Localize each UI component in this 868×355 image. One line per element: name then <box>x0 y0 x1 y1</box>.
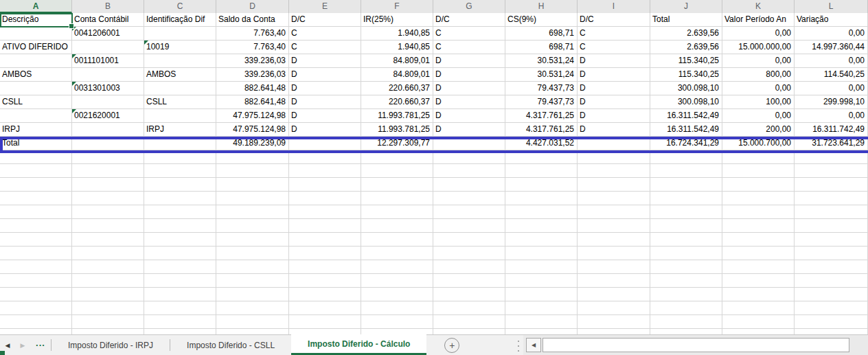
cell-E20[interactable] <box>289 274 361 288</box>
cell-E17[interactable] <box>289 233 361 247</box>
cell-A4[interactable] <box>0 54 72 68</box>
cell-H17[interactable] <box>505 233 578 247</box>
cell-C13[interactable] <box>144 178 216 192</box>
cell-F14[interactable] <box>361 192 433 205</box>
cell-K13[interactable] <box>722 178 795 192</box>
fill-handle[interactable] <box>69 23 74 29</box>
cell-L24[interactable] <box>795 329 868 334</box>
cell-E15[interactable] <box>289 205 361 219</box>
cell-J12[interactable] <box>650 164 722 178</box>
cell-B23[interactable] <box>72 315 144 329</box>
cell-H1[interactable]: CS(9%) <box>505 13 578 27</box>
column-header-C[interactable]: C <box>144 0 216 13</box>
cell-A11[interactable] <box>0 150 72 164</box>
cell-K19[interactable] <box>722 260 795 274</box>
worksheet-grid[interactable]: ABCDEFGHIJKL DescriçãoConta ContábilIden… <box>0 0 868 334</box>
cell-I14[interactable] <box>578 192 650 205</box>
cell-H18[interactable] <box>505 247 578 260</box>
cell-H16[interactable] <box>505 219 578 233</box>
cell-L17[interactable] <box>795 233 868 247</box>
cell-F10[interactable]: 12.297.309,77 <box>361 137 433 150</box>
cell-K2[interactable]: 0,00 <box>722 27 795 41</box>
cell-I7[interactable]: D <box>578 95 650 109</box>
cell-E4[interactable]: D <box>289 54 361 68</box>
cell-B5[interactable] <box>72 68 144 82</box>
cell-I11[interactable] <box>578 150 650 164</box>
cell-J18[interactable] <box>650 247 722 260</box>
cell-L23[interactable] <box>795 315 868 329</box>
cell-J15[interactable] <box>650 205 722 219</box>
cell-B10[interactable] <box>72 137 144 150</box>
cell-E2[interactable]: C <box>289 27 361 41</box>
cell-D18[interactable] <box>216 247 289 260</box>
cell-A24[interactable] <box>0 329 72 334</box>
cell-L4[interactable]: 0,00 <box>795 54 868 68</box>
more-sheets-ellipsis[interactable]: ... <box>30 335 51 355</box>
cell-G24[interactable] <box>433 329 505 334</box>
cell-E18[interactable] <box>289 247 361 260</box>
column-header-K[interactable]: K <box>722 0 795 13</box>
cell-K5[interactable]: 800,00 <box>722 68 795 82</box>
cell-B2[interactable]: 0041206001 <box>72 27 144 41</box>
cell-K9[interactable]: 200,00 <box>722 123 795 137</box>
scroll-left-button[interactable]: ◀ <box>526 338 541 352</box>
cell-J14[interactable] <box>650 192 722 205</box>
cell-A3[interactable]: ATIVO DIFERIDO <box>0 41 72 54</box>
column-header-G[interactable]: G <box>433 0 505 13</box>
sheet-tab-imposto-diferido-calculo-active[interactable]: Imposto Diferido - Cálculo <box>291 334 426 355</box>
cell-K14[interactable] <box>722 192 795 205</box>
cell-H24[interactable] <box>505 329 578 334</box>
cell-L3[interactable]: 14.997.360,44 <box>795 41 868 54</box>
cell-D23[interactable] <box>216 315 289 329</box>
cell-G20[interactable] <box>433 274 505 288</box>
cell-J17[interactable] <box>650 233 722 247</box>
cell-K21[interactable] <box>722 288 795 301</box>
cell-I2[interactable]: C <box>578 27 650 41</box>
cell-C6[interactable] <box>144 82 216 95</box>
cell-L6[interactable]: 0,00 <box>795 82 868 95</box>
cell-K16[interactable] <box>722 219 795 233</box>
column-header-D[interactable]: D <box>216 0 289 13</box>
cell-C9[interactable]: IRPJ <box>144 123 216 137</box>
cell-I20[interactable] <box>578 274 650 288</box>
cell-I10[interactable] <box>578 137 650 150</box>
cell-L14[interactable] <box>795 192 868 205</box>
cell-F5[interactable]: 84.809,01 <box>361 68 433 82</box>
cell-H4[interactable]: 30.531,24 <box>505 54 578 68</box>
cell-D6[interactable]: 882.641,48 <box>216 82 289 95</box>
cell-L22[interactable] <box>795 301 868 315</box>
cell-H9[interactable]: 4.317.761,25 <box>505 123 578 137</box>
cell-B16[interactable] <box>72 219 144 233</box>
cell-C22[interactable] <box>144 301 216 315</box>
cell-J20[interactable] <box>650 274 722 288</box>
cell-J6[interactable]: 300.098,10 <box>650 82 722 95</box>
cell-J9[interactable]: 16.311.542,49 <box>650 123 722 137</box>
cell-G10[interactable] <box>433 137 505 150</box>
cell-F24[interactable] <box>361 329 433 334</box>
cell-L16[interactable] <box>795 219 868 233</box>
cell-J21[interactable] <box>650 288 722 301</box>
cell-E24[interactable] <box>289 329 361 334</box>
cell-G22[interactable] <box>433 301 505 315</box>
cell-J13[interactable] <box>650 178 722 192</box>
cell-B1[interactable]: Conta Contábil <box>72 13 144 27</box>
cell-A19[interactable] <box>0 260 72 274</box>
cell-D24[interactable] <box>216 329 289 334</box>
cell-F17[interactable] <box>361 233 433 247</box>
cell-E14[interactable] <box>289 192 361 205</box>
cell-B24[interactable] <box>72 329 144 334</box>
cell-F12[interactable] <box>361 164 433 178</box>
cell-K6[interactable]: 0,00 <box>722 82 795 95</box>
cell-F22[interactable] <box>361 301 433 315</box>
cell-H3[interactable]: 698,71 <box>505 41 578 54</box>
cell-E22[interactable] <box>289 301 361 315</box>
cell-K1[interactable]: Valor Período An <box>722 13 795 27</box>
cell-D19[interactable] <box>216 260 289 274</box>
cell-B21[interactable] <box>72 288 144 301</box>
cell-G19[interactable] <box>433 260 505 274</box>
cell-A21[interactable] <box>0 288 72 301</box>
cell-C5[interactable]: AMBOS <box>144 68 216 82</box>
cell-K17[interactable] <box>722 233 795 247</box>
cell-A23[interactable] <box>0 315 72 329</box>
cell-G2[interactable]: C <box>433 27 505 41</box>
